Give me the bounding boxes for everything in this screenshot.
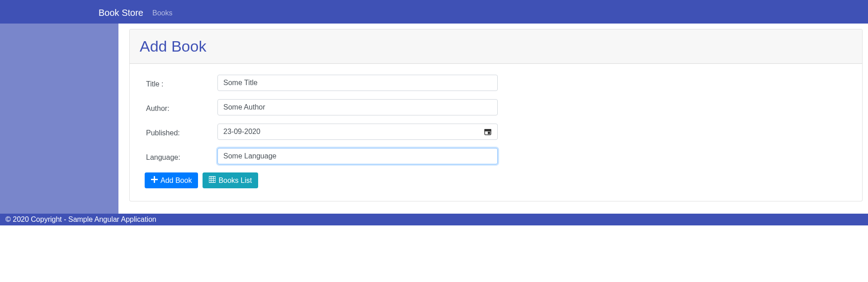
sidebar xyxy=(0,24,118,214)
card-body: Title : Author: Published: 23-09-2 xyxy=(130,64,862,201)
author-input[interactable] xyxy=(217,99,498,115)
svg-rect-3 xyxy=(209,177,216,182)
brand-link[interactable]: Book Store xyxy=(99,8,143,18)
books-list-label: Books List xyxy=(218,177,252,185)
books-list-button[interactable]: Books List xyxy=(203,172,258,188)
nav-link-books[interactable]: Books xyxy=(152,9,172,17)
published-label: Published: xyxy=(146,126,217,137)
calendar-icon[interactable] xyxy=(484,128,492,136)
footer-copyright: © 2020 Copyright - Sample Angular Applic… xyxy=(5,215,156,223)
svg-rect-1 xyxy=(485,129,491,131)
svg-rect-2 xyxy=(488,132,490,134)
form-row-published: Published: 23-09-2020 xyxy=(146,124,846,140)
add-book-card: Add Book Title : Author: Published: xyxy=(129,29,863,201)
footer: © 2020 Copyright - Sample Angular Applic… xyxy=(0,214,868,225)
main-content: Add Book Title : Author: Published: xyxy=(118,24,868,214)
button-row: Add Book Books List xyxy=(145,172,846,188)
published-value: 23-09-2020 xyxy=(223,128,260,136)
add-book-button[interactable]: Add Book xyxy=(145,172,198,188)
card-header: Add Book xyxy=(130,29,862,64)
language-input[interactable] xyxy=(217,148,498,164)
title-label: Title : xyxy=(146,77,217,88)
page-title: Add Book xyxy=(140,38,852,55)
author-label: Author: xyxy=(146,102,217,113)
table-icon xyxy=(209,176,216,185)
plus-icon xyxy=(151,176,158,185)
form-row-language: Language: xyxy=(146,148,846,164)
navbar: Book Store Books xyxy=(0,2,868,24)
add-book-label: Add Book xyxy=(160,177,192,185)
form-row-author: Author: xyxy=(146,99,846,115)
language-label: Language: xyxy=(146,151,217,162)
form-row-title: Title : xyxy=(146,75,846,91)
title-input[interactable] xyxy=(217,75,498,91)
published-input[interactable]: 23-09-2020 xyxy=(217,124,498,140)
